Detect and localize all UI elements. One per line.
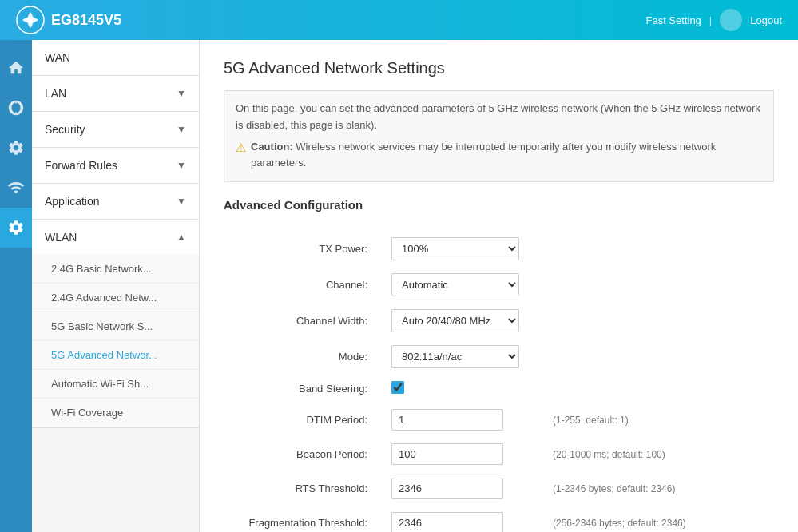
fast-setting-link[interactable]: Fast Setting <box>645 14 701 26</box>
info-box: On this page, you can set the advanced p… <box>224 90 774 182</box>
nav-sub-5g-basic[interactable]: 5G Basic Network S... <box>32 312 199 341</box>
rts-hint: (1-2346 bytes; default: 2346) <box>543 471 774 506</box>
form-row-band-steering: Band Steering: <box>224 375 774 403</box>
icon-sidebar <box>0 40 32 532</box>
nav-lan[interactable]: LAN ▼ <box>32 76 199 111</box>
form-row-rts: RTS Threshold: (1-2346 bytes; default: 2… <box>224 471 774 506</box>
sidebar-icon-settings[interactable] <box>0 208 32 248</box>
band-steering-checkbox[interactable] <box>391 381 404 394</box>
nav-forward-rules[interactable]: Forward Rules ▼ <box>32 148 199 183</box>
form-table: TX Power: 100% 75% 50% 25% Channel: <box>224 231 774 532</box>
nav-wlan[interactable]: WLAN ▲ <box>32 220 199 255</box>
form-row-tx-power: TX Power: 100% 75% 50% 25% <box>224 231 774 267</box>
nav-sidebar: WAN LAN ▼ Security ▼ Forward Rules ▼ App… <box>32 40 200 532</box>
nav-lan-chevron: ▼ <box>177 88 186 99</box>
content-area: 5G Advanced Network Settings On this pag… <box>200 40 798 532</box>
nav-wan-label: WAN <box>45 51 70 64</box>
nav-application-chevron: ▼ <box>177 196 186 207</box>
info-text: On this page, you can set the advanced p… <box>236 101 762 134</box>
nav-item-lan: LAN ▼ <box>32 76 199 112</box>
sidebar-icon-monitor[interactable] <box>0 168 32 208</box>
nav-item-wan: WAN <box>32 40 199 76</box>
header-divider: | <box>709 14 712 26</box>
nav-item-forward-rules: Forward Rules ▼ <box>32 148 199 184</box>
form-row-mode: Mode: 802.11a/n/ac 802.11n 802.11a <box>224 339 774 375</box>
band-steering-label: Band Steering: <box>224 375 383 403</box>
tx-power-label: TX Power: <box>224 231 383 267</box>
user-avatar <box>720 9 742 31</box>
channel-width-hint <box>543 303 774 339</box>
dtim-label: DTIM Period: <box>224 403 383 437</box>
mode-label: Mode: <box>224 339 383 375</box>
nav-security-label: Security <box>45 123 85 136</box>
form-row-frag: Fragmentation Threshold: (256-2346 bytes… <box>224 506 774 532</box>
channel-select[interactable]: Automatic 1 6 11 <box>391 273 519 296</box>
beacon-hint: (20-1000 ms; default: 100) <box>543 437 774 471</box>
nav-sub-2g-basic[interactable]: 2.4G Basic Network... <box>32 255 199 284</box>
band-steering-hint <box>543 375 774 403</box>
dtim-period-input[interactable] <box>391 409 503 431</box>
caution-icon: ⚠ <box>236 139 246 156</box>
section-title: Advanced Configuration <box>224 198 774 216</box>
rts-label: RTS Threshold: <box>224 471 383 506</box>
frag-hint: (256-2346 bytes; default: 2346) <box>543 506 774 532</box>
nav-security[interactable]: Security ▼ <box>32 112 199 147</box>
sidebar-icon-network[interactable] <box>0 88 32 128</box>
nav-application-label: Application <box>45 195 100 208</box>
form-row-beacon: Beacon Period: (20-1000 ms; default: 100… <box>224 437 774 471</box>
frag-threshold-input[interactable] <box>391 512 503 532</box>
nav-application[interactable]: Application ▼ <box>32 184 199 219</box>
logout-button[interactable]: Logout <box>750 14 782 26</box>
caution-row: ⚠ Caution: Wireless network services may… <box>236 139 762 173</box>
nav-wlan-chevron: ▲ <box>177 232 186 243</box>
nav-sub-2g-advanced[interactable]: 2.4G Advanced Netw... <box>32 284 199 312</box>
page-title: 5G Advanced Network Settings <box>224 59 774 77</box>
channel-hint <box>543 267 774 303</box>
form-row-dtim: DTIM Period: (1-255; default: 1) <box>224 403 774 437</box>
nav-sub-auto-wifi[interactable]: Automatic Wi-Fi Sh... <box>32 370 199 399</box>
nav-item-application: Application ▼ <box>32 184 199 220</box>
sidebar-icon-home[interactable] <box>0 48 32 88</box>
nav-wlan-label: WLAN <box>45 231 77 244</box>
nav-item-security: Security ▼ <box>32 112 199 148</box>
huawei-logo-icon <box>16 6 45 34</box>
caution-label: Caution: <box>251 141 293 153</box>
header: EG8145V5 Fast Setting | Logout <box>0 0 798 40</box>
sidebar-icon-tools[interactable] <box>0 128 32 168</box>
form-row-channel: Channel: Automatic 1 6 11 <box>224 267 774 303</box>
form-row-channel-width: Channel Width: Auto 20/40/80 MHz 20 MHz … <box>224 303 774 339</box>
nav-sub-wifi-coverage[interactable]: Wi-Fi Coverage <box>32 399 199 427</box>
beacon-period-input[interactable] <box>391 443 503 465</box>
nav-sub-5g-advanced[interactable]: 5G Advanced Networ... <box>32 341 199 370</box>
main-layout: WAN LAN ▼ Security ▼ Forward Rules ▼ App… <box>0 40 798 532</box>
nav-lan-label: LAN <box>45 87 66 100</box>
header-right: Fast Setting | Logout <box>645 9 782 31</box>
nav-forward-rules-chevron: ▼ <box>177 160 186 171</box>
logo: EG8145V5 <box>16 6 121 34</box>
logo-text: EG8145V5 <box>51 12 121 29</box>
nav-security-chevron: ▼ <box>177 124 186 135</box>
nav-wan[interactable]: WAN <box>32 40 199 75</box>
caution-text: Wireless network services may be interru… <box>251 141 716 169</box>
dtim-hint: (1-255; default: 1) <box>543 403 774 437</box>
channel-width-select[interactable]: Auto 20/40/80 MHz 20 MHz 40 MHz 80 MHz <box>391 309 519 332</box>
beacon-label: Beacon Period: <box>224 437 383 471</box>
tx-power-select[interactable]: 100% 75% 50% 25% <box>391 237 519 260</box>
nav-item-wlan: WLAN ▲ 2.4G Basic Network... 2.4G Advanc… <box>32 220 199 428</box>
channel-label: Channel: <box>224 267 383 303</box>
mode-select[interactable]: 802.11a/n/ac 802.11n 802.11a <box>391 345 519 368</box>
tx-power-hint <box>543 231 774 267</box>
nav-forward-rules-label: Forward Rules <box>45 159 117 172</box>
frag-label: Fragmentation Threshold: <box>224 506 383 532</box>
rts-threshold-input[interactable] <box>391 478 503 499</box>
channel-width-label: Channel Width: <box>224 303 383 339</box>
mode-hint <box>543 339 774 375</box>
